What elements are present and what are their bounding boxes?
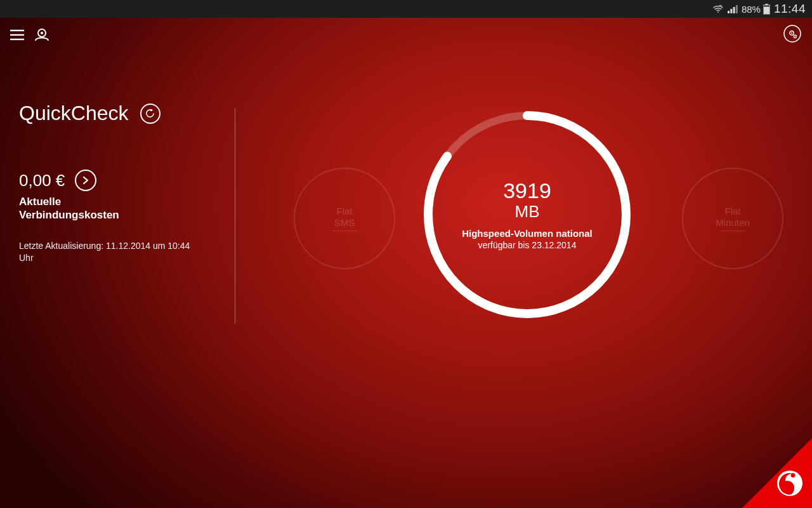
wifi-icon — [712, 4, 724, 13]
battery-percent: 88% — [742, 4, 761, 15]
refresh-icon[interactable] — [140, 104, 160, 124]
flat-min-line1: Flat — [724, 206, 740, 217]
data-volume-circle[interactable]: 3919 MB Highspeed-Volumen national verfü… — [419, 107, 635, 323]
svg-point-15 — [791, 32, 792, 34]
svg-point-12 — [41, 32, 43, 34]
data-desc-2: verfügbar bis 23.12.2014 — [478, 240, 577, 250]
flat-min-line2: Minuten — [716, 217, 749, 228]
cost-label: Aktuelle Verbindungskosten — [19, 195, 216, 222]
cost-label-line1: Aktuelle — [19, 196, 61, 208]
status-clock: 11:44 — [774, 2, 806, 16]
flat-minutes-circle[interactable]: Flat Minuten — [682, 168, 783, 269]
svg-rect-2 — [730, 9, 732, 13]
data-unit: MB — [515, 202, 540, 222]
cost-value: 0,00 € — [19, 171, 65, 190]
signal-icon — [728, 4, 738, 13]
settings-icon[interactable] — [783, 24, 802, 43]
page-title-text: QuickCheck — [19, 102, 129, 125]
last-update-suffix: Uhr — [19, 253, 34, 263]
battery-icon — [763, 4, 770, 15]
main-content: QuickCheck 0,00 € Aktuelle Verbindungsko… — [19, 102, 812, 368]
vodafone-logo-icon — [776, 470, 803, 499]
usage-circles: Flat SMS 3919 MB Highspeed-Volumen natio… — [261, 102, 812, 368]
flat-sms-line2: SMS — [334, 217, 355, 228]
data-desc-1: Highspeed-Volumen national — [462, 228, 593, 239]
last-update-value: 11.12.2014 um 10:44 — [106, 241, 190, 251]
svg-point-17 — [795, 36, 796, 37]
last-update: Letzte Aktualisierung: 11.12.2014 um 10:… — [19, 240, 216, 265]
svg-rect-1 — [728, 11, 730, 13]
svg-point-13 — [784, 25, 801, 42]
android-status-bar: 88% 11:44 — [0, 0, 812, 18]
chevron-right-icon — [75, 170, 96, 191]
vertical-divider — [235, 108, 235, 324]
svg-rect-3 — [733, 7, 735, 13]
page-title: QuickCheck — [19, 102, 216, 125]
app-top-bar — [0, 19, 812, 51]
svg-rect-4 — [736, 5, 738, 13]
cost-label-line2: Verbindungskosten — [19, 209, 119, 221]
cost-row[interactable]: 0,00 € — [19, 170, 216, 191]
svg-point-0 — [717, 11, 719, 13]
menu-icon[interactable] — [10, 29, 24, 41]
flat-sms-line1: Flat — [336, 206, 352, 217]
data-value: 3919 — [503, 179, 551, 203]
last-update-prefix: Letzte Aktualisierung: — [19, 241, 106, 251]
svg-point-21 — [791, 473, 796, 478]
svg-rect-7 — [764, 6, 769, 14]
flat-sms-circle[interactable]: Flat SMS — [294, 168, 395, 269]
support-icon[interactable] — [33, 27, 51, 43]
quickcheck-panel: QuickCheck 0,00 € Aktuelle Verbindungsko… — [19, 102, 235, 368]
divider-icon — [720, 231, 745, 231]
divider-icon — [332, 231, 357, 231]
